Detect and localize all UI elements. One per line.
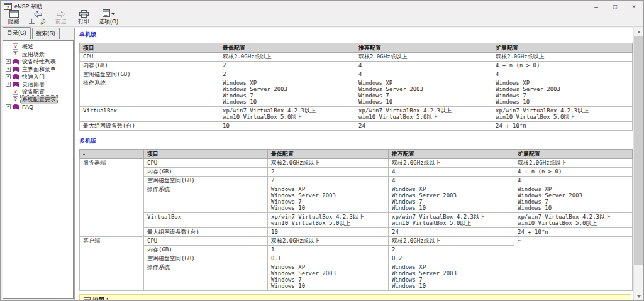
cell: 操作系统: [144, 185, 268, 213]
table-row: 客户端 CPU 双核2.0GHz或以上 双核2.0GHz或以上 ~: [80, 237, 633, 246]
cell: 0.2: [389, 254, 514, 263]
tree-item-quick-start[interactable]: + 快速入门: [3, 73, 73, 80]
cell: 双核2.0GHz或以上: [268, 159, 389, 168]
cell: Windows XP Windows Server 2003 Windows 7…: [514, 185, 633, 213]
tree-item-system-requirements[interactable]: ? 系统配置要求: [3, 96, 73, 103]
dropdown-arrow-icon: [111, 13, 115, 15]
options-button[interactable]: 选项(O): [97, 10, 120, 26]
expand-icon[interactable]: +: [6, 59, 11, 64]
scroll-up-button[interactable]: [634, 28, 643, 36]
tree-item-overview[interactable]: ? 概述: [3, 43, 73, 50]
app-icon: ?: [4, 3, 12, 10]
column-header: -: [80, 150, 144, 159]
forward-button-label: 前进: [55, 18, 67, 26]
cell: xp/win7 VirtualBox 4.2.3以上 win10 Virtual…: [355, 107, 492, 122]
back-button[interactable]: 上一步: [27, 10, 48, 26]
book-icon: [13, 59, 19, 65]
cell: 1: [268, 246, 389, 254]
cell: 双核2.0GHz或以上: [514, 159, 633, 168]
cell: Windows XP Windows Server 2003 Windows 7…: [389, 263, 514, 291]
scroll-down-button[interactable]: [634, 292, 643, 300]
tree-item-label: FAQ: [21, 104, 35, 110]
printer-icon: [79, 10, 89, 18]
cell: 4: [389, 168, 514, 177]
cell: 操作系统: [80, 79, 219, 107]
cell: 4 + n (n > 0): [492, 62, 633, 70]
close-button[interactable]: ×: [625, 1, 643, 12]
print-button-label: 打印: [78, 18, 89, 26]
back-arrow-icon: [33, 10, 42, 18]
cell: 24: [355, 122, 492, 131]
column-header: 推荐配置: [355, 43, 492, 53]
cell: 内存(GB): [144, 246, 268, 254]
minimize-button[interactable]: –: [587, 1, 606, 12]
expand-icon[interactable]: +: [6, 82, 11, 87]
cell: VirtualBox: [144, 213, 268, 228]
section-heading-multi: 多机版: [79, 137, 630, 145]
scroll-down-icon: [637, 295, 641, 298]
section-heading-single: 单机版: [79, 31, 630, 39]
cell: 4: [355, 62, 492, 70]
cell: 4: [355, 70, 492, 79]
cell: 内存(GB): [80, 62, 219, 70]
cell: CPU: [144, 159, 268, 168]
cell: 双核2.0GHz或以上: [355, 53, 492, 62]
tree-item-faq[interactable]: + FAQ: [3, 103, 73, 111]
tab-search[interactable]: 搜索(S): [32, 28, 60, 39]
tree-item-device-feature-list[interactable]: + 设备特性列表: [3, 58, 73, 65]
tree-item-main-ui-and-menu[interactable]: + 主界面和菜单: [3, 65, 73, 73]
cell: 24: [389, 228, 514, 237]
cell: 4: [514, 177, 633, 185]
cell: VirtualBox: [80, 107, 219, 122]
cell: 最大组网设备数(台): [144, 228, 268, 237]
tab-contents[interactable]: 目录(C): [3, 27, 31, 39]
sidebar: 目录(C) 搜索(S) ? 概述 ? 应用场景 + 设备特性列表: [1, 28, 74, 300]
hide-panel-icon: [9, 10, 19, 18]
cell: 2: [268, 177, 389, 185]
print-button[interactable]: 打印: [74, 10, 93, 26]
maximize-button[interactable]: □: [606, 1, 625, 12]
cell: 0.1: [268, 254, 389, 263]
cell: Windows XP Windows Server 2003 Windows 7…: [268, 263, 389, 291]
table-row: 最大组网设备数(台) 10 24 24 + 10*n: [80, 228, 633, 237]
cell: 最大组网设备数(台): [80, 122, 219, 131]
help-window: ? eNSP 帮助 – □ × 隐藏 上一步 前进: [0, 0, 644, 301]
book-icon: [13, 82, 19, 87]
server-group-cell: 服务器端: [80, 159, 144, 237]
table-row: CPU 双核2.0GHz或以上 双核2.0GHz或以上 双核2.0GHz或以上: [80, 53, 633, 62]
cell: 2: [219, 62, 355, 70]
cell: 2: [219, 70, 355, 79]
cell: xp/win7 VirtualBox 4.2.3以上 win10 Virtual…: [219, 107, 355, 122]
table-row: 服务器端 CPU 双核2.0GHz或以上 双核2.0GHz或以上 双核2.0GH…: [80, 159, 633, 168]
hide-button-label: 隐藏: [8, 18, 19, 26]
options-icon: [103, 9, 110, 18]
cell: 双核2.0GHz或以上: [219, 53, 355, 62]
column-header: 扩展配置: [492, 43, 633, 53]
tree-item-device-config[interactable]: ? 设备配置: [3, 88, 73, 96]
cell: 10: [219, 122, 355, 131]
tree-item-flexible-deployment[interactable]: + 灵活部署: [3, 80, 73, 88]
cell: 4 + n (n > 0): [514, 168, 633, 177]
expand-icon[interactable]: +: [6, 67, 11, 72]
book-icon: [13, 67, 19, 72]
single-version-table: 项目 最低配置 推荐配置 扩展配置 CPU 双核2.0GHz或以上 双核2.0G…: [79, 43, 633, 131]
hide-button[interactable]: 隐藏: [4, 10, 23, 26]
expand-icon[interactable]: +: [6, 104, 11, 109]
cell: Windows XP Windows Server 2003 Windows 7…: [219, 79, 355, 107]
expand-icon[interactable]: +: [6, 74, 11, 79]
table-row: VirtualBox xp/win7 VirtualBox 4.2.3以上 wi…: [80, 213, 633, 228]
table-row: 操作系统 Windows XP Windows Server 2003 Wind…: [80, 79, 633, 107]
column-header: 最低配置: [268, 150, 389, 159]
forward-button[interactable]: 前进: [52, 10, 70, 26]
tree-item-application-scenarios[interactable]: ? 应用场景: [3, 50, 73, 58]
client-extended-cell: ~: [514, 237, 633, 291]
cell: 内存(GB): [144, 168, 268, 177]
scrollbar-thumb[interactable]: [634, 36, 643, 265]
note-title: 说明：: [93, 296, 110, 300]
table-row: 空闲磁盘空间(GB) 2 4 4: [80, 70, 633, 79]
cell: Windows XP Windows Server 2003 Windows 7…: [268, 185, 389, 213]
cell: 双核2.0GHz或以上: [389, 237, 514, 246]
window-controls: – □ ×: [587, 1, 643, 12]
vertical-scrollbar[interactable]: [633, 28, 643, 300]
table-row: VirtualBox xp/win7 VirtualBox 4.2.3以上 wi…: [80, 107, 633, 122]
